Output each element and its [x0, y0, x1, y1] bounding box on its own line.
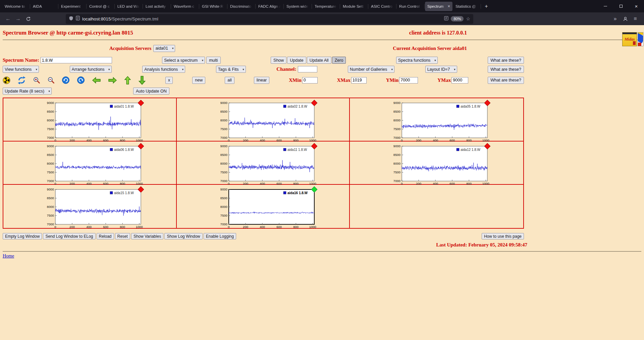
spectrum-chart-aida16[interactable]: 7000750080008500900002004006008001000aid…: [215, 187, 320, 229]
zoom-in-icon[interactable]: [33, 76, 40, 84]
zoom-indicator[interactable]: 80%: [451, 16, 464, 21]
spectrum-chart-aida02[interactable]: 7000750080008500900002004006008001000aid…: [215, 100, 320, 143]
reset-button[interactable]: Reset: [115, 233, 130, 239]
update-rate-dropdown[interactable]: Update Rate (8 secs): [3, 88, 52, 95]
spectrum-plot-cell-aida01[interactable]: 7000750080008500900002004006008001000aid…: [3, 98, 177, 141]
spectrum-plot-cell-aida12[interactable]: 7000750080008500900002004006008001000aid…: [350, 141, 523, 185]
tab-welcome-to[interactable]: Welcome to: [2, 2, 30, 11]
tab-experiment[interactable]: Experiment: [59, 2, 86, 11]
spectrum-chart-aida05[interactable]: 7000750080008500900002004006008001000aid…: [388, 100, 493, 143]
tab-asic-contro[interactable]: ASIC Contro: [369, 2, 396, 11]
spectrum-plot-cell-aida15[interactable]: 7000750080008500900002004006008001000aid…: [3, 185, 177, 228]
linear-button[interactable]: linear: [254, 77, 270, 84]
y-tick-label: 9000: [220, 144, 227, 148]
layout-id-dropdown[interactable]: Layout ID=7: [425, 66, 457, 73]
auto-update-button[interactable]: Auto Update ON: [133, 88, 169, 95]
tab-fadc-align[interactable]: FADC Align &: [256, 2, 283, 11]
spectrum-chart-aida15[interactable]: 7000750080008500900002004006008001000aid…: [42, 187, 147, 229]
what-are-these-button-2[interactable]: What are these?: [488, 66, 524, 73]
enable-logging-button[interactable]: Enable Logging: [204, 233, 236, 239]
zero-button[interactable]: Zero: [332, 57, 346, 64]
spectrum-plot-cell-aida05[interactable]: 7000750080008500900002004006008001000aid…: [350, 98, 523, 141]
bookmark-star-icon[interactable]: ☆: [466, 16, 470, 21]
channel-input[interactable]: [298, 66, 317, 72]
tab-control-c[interactable]: Control @ c: [87, 2, 114, 11]
reload-button[interactable]: [23, 14, 33, 23]
tab-gsi-white-r[interactable]: GSI White R: [200, 2, 227, 11]
account-icon[interactable]: [621, 14, 630, 23]
tab-lost-activity[interactable]: Lost activity: [143, 2, 171, 11]
overflow-menu-button[interactable]: »: [610, 14, 620, 23]
tab-spectrum[interactable]: Spectrum×: [425, 2, 452, 11]
ymin-input[interactable]: [399, 77, 418, 83]
arrange-functions-dropdown[interactable]: Arrange functions: [70, 66, 112, 73]
multi-button[interactable]: multi: [206, 57, 220, 64]
back-button[interactable]: ←: [3, 14, 13, 23]
page-info-icon[interactable]: [76, 16, 80, 22]
maximize-button[interactable]: [613, 0, 629, 12]
spectra-functions-dropdown[interactable]: Spectra functions: [396, 57, 438, 64]
home-link[interactable]: Home: [3, 253, 14, 259]
refresh-icon[interactable]: [17, 76, 26, 84]
show-log-window-button[interactable]: Show Log Window: [164, 233, 202, 239]
legend-swatch: [283, 191, 286, 194]
new-tab-button[interactable]: +: [482, 2, 491, 11]
what-are-these-button-1[interactable]: What are these?: [488, 57, 524, 64]
empty-log-window-button[interactable]: Empty Log Window: [3, 233, 42, 239]
tags-fits-dropdown[interactable]: Tags & Fits: [216, 66, 246, 73]
url-bar[interactable]: localhost:8015/Spectrum/Spectrum.tml 80%…: [66, 14, 473, 24]
all-button[interactable]: all: [225, 77, 234, 84]
tab-discriminato[interactable]: Discriminato: [228, 2, 255, 11]
spectrum-chart-aida01[interactable]: 7000750080008500900002004006008001000aid…: [42, 100, 147, 143]
tab-close-icon[interactable]: ×: [447, 4, 450, 9]
reload-button[interactable]: Reload: [97, 233, 114, 239]
send-log-window-to-elog-button[interactable]: Send Log Window to ELog: [43, 233, 95, 239]
spectrum-plot-cell-aida02[interactable]: 7000750080008500900002004006008001000aid…: [177, 98, 350, 141]
xmin-input[interactable]: [302, 77, 318, 83]
spectrum-chart-aida06[interactable]: 7000750080008500900002004006008001000aid…: [42, 144, 147, 186]
spectrum-chart-aida12[interactable]: 7000750080008500900002004006008001000aid…: [388, 144, 493, 186]
what-are-these-button-3[interactable]: What are these?: [488, 77, 524, 84]
tab-module-sett[interactable]: Module Sett: [340, 2, 368, 11]
zoom-out-icon[interactable]: [47, 76, 55, 84]
tab-led-and-wa[interactable]: LED and Wa: [115, 2, 143, 11]
rotate-ccw-icon[interactable]: [62, 76, 70, 84]
arrow-left-icon[interactable]: [92, 77, 101, 84]
tab-temperature[interactable]: Temperature: [312, 2, 340, 11]
acquisition-server-select[interactable]: aida01: [153, 45, 175, 52]
select-spectrum-dropdown[interactable]: Select a spectrum: [162, 57, 205, 64]
arrow-down-icon[interactable]: [138, 75, 146, 85]
rotate-cw-icon[interactable]: [77, 76, 85, 84]
ymax-input[interactable]: [451, 77, 468, 83]
how-to-use-button[interactable]: How to use this page: [482, 233, 524, 239]
arrow-up-icon[interactable]: [124, 76, 131, 85]
spectrum-chart-aida11[interactable]: 7000750080008500900002004006008001000aid…: [215, 144, 320, 186]
analysis-functions-dropdown[interactable]: Analysis functions: [142, 66, 185, 73]
arrow-right-icon[interactable]: [108, 77, 117, 84]
minimize-button[interactable]: [598, 0, 613, 12]
reader-mode-icon[interactable]: [444, 16, 448, 22]
shield-icon[interactable]: [69, 16, 73, 22]
tab-waveform-c[interactable]: Waveform c: [171, 2, 199, 11]
xmax-input[interactable]: [351, 77, 367, 83]
new-button[interactable]: new: [192, 77, 205, 84]
view-functions-dropdown[interactable]: View functions: [3, 66, 39, 73]
menu-button[interactable]: ≡: [631, 14, 640, 23]
x-button[interactable]: x: [165, 77, 173, 84]
show-variables-button[interactable]: Show Variables: [131, 233, 164, 239]
tab-aida[interactable]: AIDA: [31, 2, 58, 11]
forward-button[interactable]: →: [13, 14, 23, 23]
update-button[interactable]: Update: [287, 57, 306, 64]
tab-system-wide[interactable]: System wide: [284, 2, 312, 11]
galleries-dropdown[interactable]: Number of Galleries: [348, 66, 394, 73]
close-button[interactable]: ×: [629, 0, 644, 12]
spectrum-name-input[interactable]: [41, 57, 112, 63]
spectrum-plot-cell-aida11[interactable]: 7000750080008500900002004006008001000aid…: [177, 141, 350, 185]
update-all-button[interactable]: Update All: [307, 57, 331, 64]
spectrum-plot-cell-aida06[interactable]: 7000750080008500900002004006008001000aid…: [3, 141, 177, 185]
spectrum-plot-cell-aida16[interactable]: 7000750080008500900002004006008001000aid…: [177, 185, 350, 228]
radiation-icon[interactable]: [3, 76, 10, 84]
tab-run-control[interactable]: Run Control: [397, 2, 424, 11]
show-button[interactable]: Show: [271, 57, 286, 64]
tab-statistics[interactable]: Statistics @: [453, 2, 481, 11]
